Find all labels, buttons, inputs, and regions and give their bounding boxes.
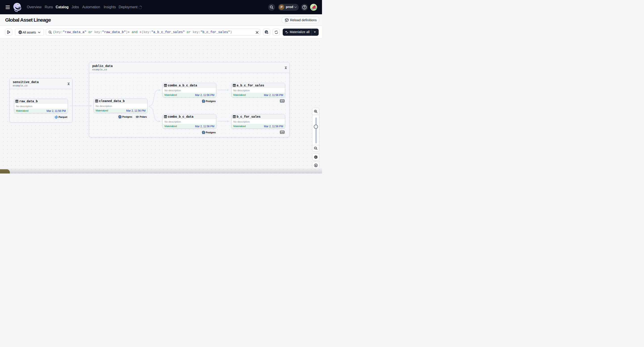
svg-text:CSV: CSV	[281, 100, 284, 102]
svg-text:CSV: CSV	[281, 131, 284, 133]
